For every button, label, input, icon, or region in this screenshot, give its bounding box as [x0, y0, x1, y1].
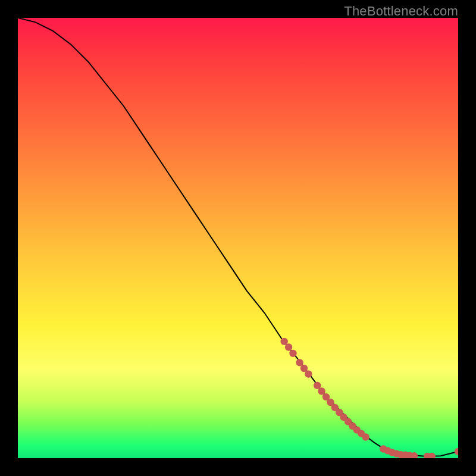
data-marker [327, 399, 334, 406]
data-marker [336, 409, 343, 416]
chart-frame: TheBottleneck.com [0, 0, 476, 476]
data-marker [305, 371, 312, 378]
data-marker [289, 350, 296, 357]
data-marker [362, 433, 369, 440]
data-marker [345, 418, 352, 425]
chart-svg [18, 18, 458, 458]
data-marker [296, 359, 303, 366]
data-marker [318, 387, 325, 394]
data-marker [300, 365, 308, 372]
data-marker [389, 449, 396, 456]
plot-area [18, 18, 458, 458]
data-marker [340, 414, 347, 421]
data-marker [353, 426, 361, 433]
data-marker [406, 452, 413, 458]
data-marker [402, 452, 409, 458]
data-marker [331, 404, 339, 411]
data-marker [384, 447, 391, 454]
data-marker [281, 338, 288, 345]
data-marker [428, 453, 435, 458]
data-marker [397, 451, 405, 458]
data-marker [393, 450, 400, 457]
attribution-label: TheBottleneck.com [344, 4, 458, 19]
data-marker [455, 448, 458, 455]
data-marker [411, 452, 418, 458]
data-marker [380, 445, 387, 452]
data-marker [314, 382, 321, 389]
data-marker [358, 430, 365, 437]
curve-line [18, 18, 458, 456]
data-marker [285, 343, 292, 350]
data-marker [424, 453, 431, 458]
data-marker [322, 393, 330, 400]
data-marker [349, 422, 356, 430]
